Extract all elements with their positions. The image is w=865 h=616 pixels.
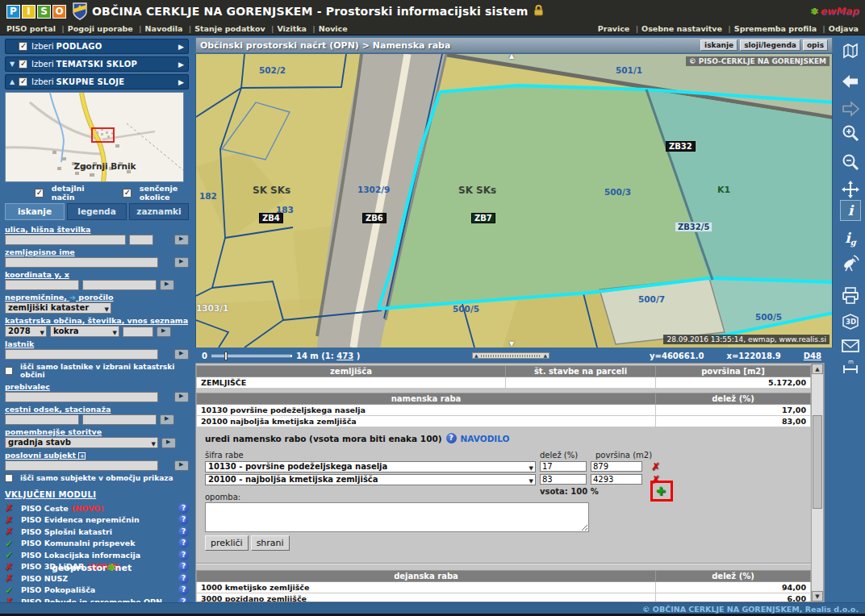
zoom-out-icon[interactable] bbox=[840, 152, 861, 173]
ko-number-select[interactable]: 2078 bbox=[5, 326, 47, 337]
road-section-input[interactable] bbox=[5, 414, 79, 425]
delete-row-icon[interactable]: ✗ bbox=[651, 473, 660, 485]
menu-item[interactable]: Osebne nastavitve bbox=[641, 24, 734, 33]
gps-satellite-icon[interactable] bbox=[840, 253, 861, 274]
module-row[interactable]: ✗ PISO NUSZ ? bbox=[5, 572, 189, 585]
resident-search-button[interactable] bbox=[174, 392, 189, 402]
module-name[interactable]: PISO Splošni katastri bbox=[21, 527, 112, 536]
pan-icon[interactable] bbox=[840, 179, 861, 200]
house-number-input[interactable] bbox=[129, 235, 153, 245]
section-checkbox[interactable] bbox=[19, 60, 27, 69]
measure-icon[interactable]: m bbox=[840, 356, 861, 377]
owner-input[interactable] bbox=[5, 349, 158, 360]
cancel-button[interactable]: prekliči bbox=[205, 535, 249, 551]
module-help-icon[interactable]: ? bbox=[178, 550, 189, 560]
owner-search-button[interactable] bbox=[174, 349, 189, 360]
business-input[interactable] bbox=[5, 460, 158, 471]
share-input[interactable] bbox=[540, 474, 587, 485]
placename-input[interactable] bbox=[5, 257, 158, 268]
module-help-icon[interactable]: ? bbox=[178, 514, 189, 525]
parcel-number-input[interactable] bbox=[123, 327, 153, 337]
area-input[interactable] bbox=[591, 474, 642, 485]
ko-name-select[interactable]: kokra bbox=[50, 326, 119, 337]
full-extent-icon[interactable] bbox=[840, 40, 861, 61]
coord-search-button[interactable] bbox=[160, 280, 174, 290]
collapse-toggle-icon[interactable]: ▼ bbox=[10, 60, 19, 68]
module-row[interactable]: ✗ PISO Splošni katastri ? bbox=[5, 526, 189, 538]
station-input[interactable] bbox=[82, 414, 157, 425]
module-row[interactable]: ✗ PISO Ceste (NOVO) ? bbox=[5, 502, 189, 514]
shading-checkbox[interactable] bbox=[123, 189, 132, 198]
area-input[interactable] bbox=[591, 461, 642, 472]
scroll-down-icon[interactable]: ▼ bbox=[812, 591, 823, 601]
module-name[interactable]: PISO Lokacijska informacija bbox=[21, 551, 140, 560]
module-help-icon[interactable]: ? bbox=[178, 585, 189, 595]
mail-icon[interactable] bbox=[840, 335, 861, 356]
print-icon[interactable] bbox=[840, 285, 861, 306]
module-help-icon[interactable]: ? bbox=[178, 538, 189, 548]
layer-section-header[interactable]: ▲ Izberi SKUPNE SLOJE ▶ bbox=[5, 74, 189, 89]
zoom-in-icon[interactable] bbox=[840, 123, 861, 144]
menu-item[interactable]: PISO portal bbox=[6, 24, 68, 33]
delete-row-icon[interactable]: ✗ bbox=[651, 460, 660, 472]
module-name[interactable]: PISO Komunalni prispevek bbox=[21, 539, 135, 547]
help-icon[interactable]: ? bbox=[446, 433, 457, 443]
layer-section-header[interactable]: Izberi PODLAGO ▶ bbox=[5, 39, 189, 54]
tab-zaznamki[interactable]: zaznamki bbox=[129, 203, 189, 220]
street-search-button[interactable] bbox=[174, 235, 189, 245]
overview-minimap[interactable]: Zgornji Brnik bbox=[5, 92, 184, 182]
services-search-button[interactable] bbox=[161, 438, 176, 448]
chevron-right-icon[interactable]: ▶ bbox=[178, 60, 184, 69]
module-help-icon[interactable]: ? bbox=[178, 527, 189, 537]
layer-section-header[interactable]: ▼ Izberi TEMATSKI SKLOP ▶ bbox=[5, 56, 189, 72]
plus-box-icon[interactable]: + bbox=[78, 452, 86, 460]
parcel-search-button[interactable] bbox=[157, 327, 171, 337]
section-checkbox[interactable] bbox=[19, 42, 27, 51]
menu-item[interactable]: Sprememba profila bbox=[734, 24, 829, 33]
map-toolbar-button[interactable]: opis bbox=[803, 40, 828, 51]
menu-item[interactable]: Stanje podatkov bbox=[194, 24, 277, 33]
menu-item[interactable]: Novice bbox=[319, 24, 348, 33]
scrollbar-thumb[interactable] bbox=[813, 415, 822, 509]
menu-item[interactable]: Odjava bbox=[829, 24, 859, 33]
coord-x-input[interactable] bbox=[82, 280, 157, 290]
panel-splitter[interactable]: ▲▲ bbox=[472, 352, 550, 359]
menu-item[interactable]: Pogoji uporabe bbox=[68, 24, 145, 33]
module-row[interactable]: ✓ PISO Komunalni prispevek ? bbox=[5, 538, 189, 550]
back-arrow-icon[interactable] bbox=[840, 71, 861, 92]
piso-logo[interactable]: PISO bbox=[6, 5, 66, 19]
street-input[interactable] bbox=[5, 235, 126, 245]
save-button[interactable]: shrani bbox=[251, 535, 290, 551]
module-help-icon[interactable]: ? bbox=[178, 561, 189, 572]
note-textarea[interactable] bbox=[205, 502, 589, 532]
identify-group-icon[interactable]: ig bbox=[840, 227, 861, 248]
resident-input[interactable] bbox=[5, 392, 158, 402]
share-input[interactable] bbox=[540, 461, 587, 472]
module-name[interactable]: PISO Pokopališča bbox=[21, 585, 95, 594]
menu-item[interactable]: Pravice bbox=[598, 24, 641, 33]
tab-iskanje[interactable]: iskanje bbox=[5, 203, 65, 220]
chevron-right-icon[interactable]: ▶ bbox=[178, 78, 184, 86]
section-checkbox[interactable] bbox=[19, 77, 27, 86]
module-row[interactable]: ✓ PISO Pokopališča ? bbox=[5, 585, 189, 597]
module-help-icon[interactable]: ? bbox=[178, 503, 189, 514]
map-toolbar-button[interactable]: sloji/legenda bbox=[740, 40, 800, 51]
services-select[interactable]: gradnja stavb bbox=[5, 437, 158, 448]
navodilo-link[interactable]: NAVODILO bbox=[461, 434, 510, 443]
module-name[interactable]: PISO Ceste bbox=[21, 504, 69, 513]
tab-legenda[interactable]: legenda bbox=[67, 203, 127, 220]
owners-in-ko-checkbox[interactable] bbox=[5, 367, 13, 375]
add-row-icon[interactable]: ✚ bbox=[656, 485, 666, 497]
module-row[interactable]: ✓ PISO Lokacijska informacija ? bbox=[5, 549, 189, 561]
report-link[interactable]: poročilo bbox=[78, 293, 113, 302]
collapse-down-icon[interactable]: ▼ bbox=[509, 340, 514, 348]
collapse-up-icon[interactable]: ▲ bbox=[509, 54, 514, 60]
map-toolbar-button[interactable]: iskanje bbox=[700, 40, 738, 51]
collapse-toggle-icon[interactable]: ▲ bbox=[10, 78, 19, 85]
scale-link[interactable]: 473 bbox=[336, 352, 353, 360]
scalebar-handle[interactable] bbox=[224, 352, 228, 360]
detail-mode-checkbox[interactable] bbox=[35, 189, 44, 198]
view-3d-icon[interactable]: 3D bbox=[840, 311, 861, 332]
business-search-button[interactable] bbox=[174, 460, 189, 471]
subjects-in-view-checkbox[interactable] bbox=[5, 474, 13, 482]
